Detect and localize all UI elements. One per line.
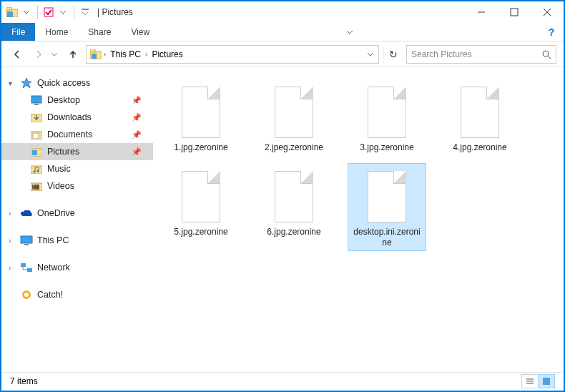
- explorer-icon: [6, 6, 19, 19]
- file-item[interactable]: 3.jpg.zeronine: [348, 79, 426, 156]
- sidebar-item-catch[interactable]: › Catch!: [1, 286, 153, 303]
- navigation-pane: ▾ Quick access Desktop 📌 Downloads 📌 Doc…: [1, 67, 153, 375]
- ribbon-expand-button[interactable]: [338, 23, 362, 41]
- chevron-right-icon[interactable]: ›: [144, 50, 149, 58]
- svg-point-26: [33, 185, 34, 185]
- sidebar-item-music[interactable]: Music: [1, 160, 153, 177]
- file-name: 4.jpg.zeronine: [453, 142, 506, 152]
- item-count: 7 items: [10, 376, 38, 386]
- qat-dropdown-icon[interactable]: [20, 6, 33, 19]
- sidebar-item-downloads[interactable]: Downloads 📌: [1, 109, 153, 126]
- details-view-button[interactable]: [521, 374, 539, 388]
- pin-icon: 📌: [132, 96, 142, 105]
- svg-rect-10: [90, 49, 95, 52]
- tab-view[interactable]: View: [121, 23, 159, 41]
- sidebar-item-videos[interactable]: Videos: [1, 177, 153, 195]
- sidebar-label: Network: [37, 263, 70, 273]
- view-toggle: [522, 374, 555, 388]
- chevron-right-icon[interactable]: ›: [102, 50, 107, 58]
- qat-dropdown2-icon[interactable]: [56, 6, 69, 19]
- large-icons-view-button[interactable]: [538, 374, 555, 388]
- file-name: 3.jpg.zeronine: [360, 142, 413, 152]
- svg-rect-3: [44, 8, 53, 16]
- star-icon: [20, 77, 33, 89]
- file-item[interactable]: 1.jpg.zeronine: [162, 79, 240, 156]
- tab-file[interactable]: File: [1, 23, 35, 41]
- sidebar-item-quick-access[interactable]: ▾ Quick access: [1, 74, 153, 92]
- file-item[interactable]: desktop.ini.zeronine: [348, 163, 426, 251]
- tab-share[interactable]: Share: [78, 23, 121, 41]
- file-item[interactable]: 4.jpg.zeronine: [441, 79, 519, 156]
- videos-icon: [30, 180, 43, 192]
- overflow-icon[interactable]: [79, 6, 92, 19]
- separator: [37, 6, 38, 19]
- sidebar-label: Downloads: [47, 112, 92, 122]
- sidebar-item-thispc[interactable]: › This PC: [1, 232, 153, 249]
- properties-icon[interactable]: [42, 6, 55, 19]
- tab-home[interactable]: Home: [35, 23, 78, 41]
- chevron-right-icon: ›: [9, 210, 16, 217]
- computer-icon: [20, 235, 33, 246]
- up-button[interactable]: [64, 46, 82, 63]
- status-bar: 7 items: [3, 372, 562, 389]
- file-list[interactable]: 1.jpg.zeronine 2.jpeg.zeronine 3.jpg.zer…: [153, 67, 564, 375]
- svg-rect-2: [7, 11, 13, 17]
- window-controls: [465, 1, 564, 23]
- close-button[interactable]: [531, 1, 564, 23]
- downloads-icon: [30, 112, 43, 123]
- refresh-button[interactable]: ↻: [383, 46, 402, 63]
- sidebar-label: Quick access: [37, 78, 90, 88]
- sidebar-label: Documents: [47, 129, 92, 139]
- svg-rect-18: [33, 133, 39, 139]
- svg-rect-15: [34, 104, 39, 105]
- pin-icon: 📌: [132, 130, 142, 139]
- svg-rect-20: [32, 150, 37, 155]
- network-icon: [20, 262, 33, 273]
- navbar: › This PC › Pictures ↻ Search Pictures: [1, 41, 564, 67]
- file-icon: [362, 82, 412, 139]
- quick-access-toolbar: [1, 6, 92, 19]
- search-icon: [541, 49, 551, 59]
- svg-rect-14: [31, 96, 41, 103]
- file-item[interactable]: 5.jpg.zeronine: [162, 163, 240, 251]
- titlebar: | Pictures: [1, 1, 564, 23]
- sidebar-label: Catch!: [37, 290, 63, 300]
- search-input[interactable]: Search Pictures: [406, 45, 556, 64]
- svg-rect-30: [21, 263, 26, 267]
- breadcrumb-pictures[interactable]: Pictures: [149, 49, 185, 59]
- svg-line-13: [548, 56, 551, 59]
- sidebar-item-network[interactable]: › Network: [1, 259, 153, 276]
- svg-point-12: [543, 51, 549, 57]
- documents-icon: [30, 129, 43, 140]
- sidebar-item-desktop[interactable]: Desktop 📌: [1, 92, 153, 109]
- search-placeholder: Search Pictures: [411, 49, 472, 59]
- sidebar-item-documents[interactable]: Documents 📌: [1, 126, 153, 143]
- file-name: 1.jpg.zeronine: [174, 142, 227, 152]
- svg-point-22: [34, 171, 36, 173]
- file-item[interactable]: 2.jpeg.zeronine: [255, 79, 333, 156]
- file-icon: [176, 82, 226, 139]
- back-button[interactable]: [9, 46, 26, 63]
- recent-locations-button[interactable]: [51, 52, 60, 57]
- address-bar[interactable]: › This PC › Pictures: [86, 45, 379, 64]
- svg-point-27: [33, 188, 34, 189]
- address-dropdown-icon[interactable]: [365, 51, 375, 58]
- sidebar-label: Videos: [47, 181, 74, 191]
- sidebar-label: OneDrive: [37, 208, 75, 218]
- sidebar-item-onedrive[interactable]: › OneDrive: [1, 205, 153, 222]
- sidebar-item-pictures[interactable]: Pictures 📌: [1, 143, 153, 160]
- folder-icon: [89, 49, 102, 60]
- catch-icon: [20, 289, 33, 300]
- breadcrumb-thispc[interactable]: This PC: [107, 49, 144, 59]
- ribbon-help-button[interactable]: ?: [539, 23, 564, 41]
- desktop-icon: [30, 94, 43, 106]
- file-icon: [362, 167, 412, 224]
- pictures-icon: [30, 146, 43, 157]
- file-item[interactable]: 6.jpg.zeronine: [255, 163, 333, 251]
- svg-rect-28: [21, 236, 32, 243]
- sidebar-label: Pictures: [47, 147, 79, 157]
- pin-icon: 📌: [132, 113, 142, 122]
- forward-button[interactable]: [30, 46, 47, 63]
- maximize-button[interactable]: [498, 1, 531, 23]
- minimize-button[interactable]: [465, 1, 498, 23]
